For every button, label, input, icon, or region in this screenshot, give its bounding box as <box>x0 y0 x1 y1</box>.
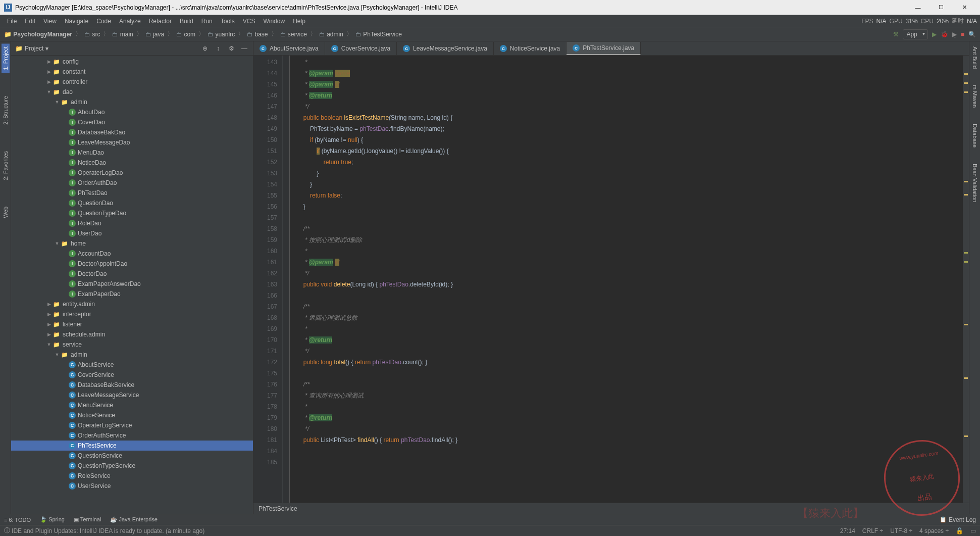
settings-icon[interactable]: ⚙ <box>227 44 236 53</box>
tree-item-admin[interactable]: admin <box>11 97 253 107</box>
menu-analyze[interactable]: Analyze <box>115 16 145 26</box>
tool-spring[interactable]: 🍃 Spring <box>40 516 65 523</box>
debug-icon[interactable]: 🐞 <box>941 31 948 38</box>
tree-item-listener[interactable]: listener <box>11 319 253 329</box>
file-encoding[interactable]: UTF-8 ÷ <box>890 527 912 534</box>
hide-icon[interactable]: — <box>240 44 249 53</box>
crumb-item[interactable]: 🗀 com <box>176 31 195 38</box>
crumb-item[interactable]: 🗀 yuanlrc <box>208 31 235 38</box>
menu-navigate[interactable]: Navigate <box>61 16 92 26</box>
tree-item-questionservice[interactable]: QuestionService <box>11 451 253 461</box>
menu-build[interactable]: Build <box>176 16 197 26</box>
tree-item-phtestservice[interactable]: PhTestService <box>11 441 253 451</box>
menu-help[interactable]: Help <box>289 16 310 26</box>
tree-item-phtestdao[interactable]: PhTestDao <box>11 188 253 198</box>
menu-tools[interactable]: Tools <box>217 16 239 26</box>
right-tab-beanvalidation[interactable]: Bean Validation <box>971 161 979 205</box>
tree-item-roledao[interactable]: RoleDao <box>11 218 253 228</box>
tree-item-databasebakdao[interactable]: DatabaseBakDao <box>11 127 253 137</box>
tree-item-accountdao[interactable]: AccountDao <box>11 249 253 259</box>
run-icon[interactable]: ▶ <box>932 31 937 38</box>
menu-window[interactable]: Window <box>259 16 289 26</box>
tree-item-noticedao[interactable]: NoticeDao <box>11 158 253 168</box>
crumb-item[interactable]: 🗀 service <box>280 31 307 38</box>
event-log-button[interactable]: 📋 Event Log <box>940 516 976 523</box>
crumb-item[interactable]: 🗀 admin <box>319 31 343 38</box>
tree-item-admin[interactable]: admin <box>11 350 253 360</box>
editor-tab-coverservice[interactable]: CoverService.java <box>325 42 397 55</box>
crumb-item[interactable]: 🗀 src <box>84 31 100 38</box>
build-icon[interactable]: ⚒ <box>893 31 899 38</box>
project-title[interactable]: 📁 Project ▾ <box>15 45 196 52</box>
coverage-icon[interactable]: ▶̤ <box>952 31 957 38</box>
tool-todo[interactable]: ≡ 6: TODO <box>4 517 31 523</box>
editor-tab-leavemessageservice[interactable]: LeaveMessageService.java <box>397 42 494 55</box>
left-tab-web[interactable]: Web <box>2 204 10 221</box>
tree-item-exampaperdao[interactable]: ExamPaperDao <box>11 289 253 299</box>
menu-refactor[interactable]: Refactor <box>145 16 176 26</box>
scroll-from-source-icon[interactable]: ⊕ <box>200 44 210 53</box>
menu-run[interactable]: Run <box>197 16 217 26</box>
menu-edit[interactable]: Edit <box>21 16 39 26</box>
crumb-item[interactable]: 🗀 base <box>247 31 268 38</box>
tree-item-coverservice[interactable]: CoverService <box>11 370 253 380</box>
menu-view[interactable]: View <box>39 16 61 26</box>
tree-item-config[interactable]: config <box>11 57 253 67</box>
tree-item-databasebakservice[interactable]: DatabaseBakService <box>11 380 253 390</box>
editor-tab-noticeservice[interactable]: NoticeService.java <box>494 42 566 55</box>
tree-item-userdao[interactable]: UserDao <box>11 228 253 238</box>
tree-item-aboutservice[interactable]: AboutService <box>11 360 253 370</box>
run-config-combo[interactable]: App <box>903 29 927 39</box>
tree-item-orderauthservice[interactable]: OrderAuthService <box>11 430 253 441</box>
expand-all-icon[interactable]: ↕ <box>214 44 223 53</box>
tree-item-questiontypeservice[interactable]: QuestionTypeService <box>11 461 253 471</box>
tree-item-exampaperanswerdao[interactable]: ExamPaperAnswerDao <box>11 279 253 289</box>
close-button[interactable]: ✕ <box>953 1 976 15</box>
crumb-item[interactable]: 📁 PsychologyManager <box>4 31 72 38</box>
fold-column[interactable] <box>283 56 290 503</box>
indent-info[interactable]: 4 spaces ÷ <box>919 527 949 534</box>
tree-item-schedule.admin[interactable]: schedule.admin <box>11 329 253 339</box>
tool-terminal[interactable]: ▣ Terminal <box>74 516 101 523</box>
menu-code[interactable]: Code <box>92 16 115 26</box>
project-tree[interactable]: configconstantcontrollerdaoadminAboutDao… <box>11 56 253 514</box>
tree-item-noticeservice[interactable]: NoticeService <box>11 410 253 420</box>
tree-item-operaterlogdao[interactable]: OperaterLogDao <box>11 168 253 178</box>
tree-item-interceptor[interactable]: interceptor <box>11 309 253 319</box>
tree-item-roleservice[interactable]: RoleService <box>11 471 253 481</box>
breadcrumb[interactable]: 📁 PsychologyManager〉🗀 src〉🗀 main〉🗀 java〉… <box>4 30 402 38</box>
tree-item-userservice[interactable]: UserService <box>11 481 253 491</box>
tree-item-doctorappointdao[interactable]: DoctorAppointDao <box>11 259 253 269</box>
crumb-item[interactable]: 🗀 main <box>112 31 133 38</box>
tree-item-home[interactable]: home <box>11 238 253 249</box>
error-stripe[interactable] <box>963 56 969 503</box>
editor-tab-aboutservice[interactable]: AboutService.java <box>253 42 325 55</box>
tree-item-operaterlogservice[interactable]: OperaterLogService <box>11 420 253 430</box>
memory-indicator[interactable]: ▭ <box>970 527 976 534</box>
line-separator[interactable]: CRLF ÷ <box>862 527 883 534</box>
tree-item-leavemessagedao[interactable]: LeaveMessageDao <box>11 137 253 148</box>
editor-breadcrumb[interactable]: PhTestService <box>253 503 969 514</box>
right-tab-antbuild[interactable]: Ant Build <box>971 43 979 72</box>
tree-item-constant[interactable]: constant <box>11 67 253 77</box>
right-tab-mmaven[interactable]: m Maven <box>971 82 979 111</box>
tree-item-service[interactable]: service <box>11 339 253 350</box>
stop-icon[interactable]: ■ <box>961 31 964 38</box>
minimize-button[interactable]: — <box>906 1 930 15</box>
crumb-item[interactable]: 🗀 java <box>145 31 164 38</box>
tool-javaenterprise[interactable]: ☕ Java Enterprise <box>110 516 157 523</box>
tree-item-leavemessageservice[interactable]: LeaveMessageService <box>11 390 253 400</box>
search-everywhere-icon[interactable]: 🔍 <box>968 31 976 38</box>
tree-item-questiontypedao[interactable]: QuestionTypeDao <box>11 208 253 218</box>
editor-tab-phtestservice[interactable]: PhTestService.java <box>566 42 641 55</box>
tree-item-controller[interactable]: controller <box>11 77 253 87</box>
tree-item-aboutdao[interactable]: AboutDao <box>11 107 253 117</box>
readonly-lock-icon[interactable]: 🔓 <box>956 527 963 534</box>
menu-vcs[interactable]: VCS <box>239 16 260 26</box>
tree-item-menudao[interactable]: MenuDao <box>11 148 253 158</box>
tree-item-orderauthdao[interactable]: OrderAuthDao <box>11 178 253 188</box>
right-tab-database[interactable]: Database <box>971 121 979 151</box>
crumb-item[interactable]: 🗀 PhTestService <box>355 31 402 38</box>
info-icon[interactable]: ⓘ <box>4 526 10 535</box>
tree-item-dao[interactable]: dao <box>11 87 253 97</box>
